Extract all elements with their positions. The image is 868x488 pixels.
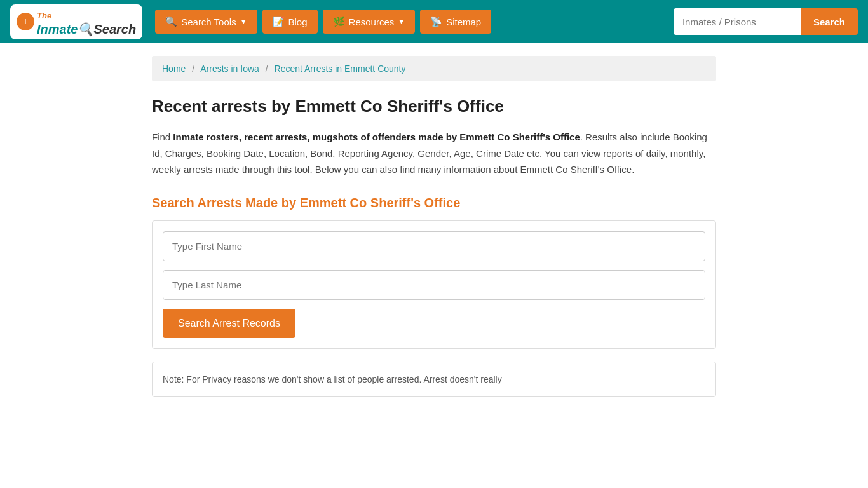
page-title: Recent arrests by Emmett Co Sheriff's Of… — [152, 97, 716, 116]
search-section-title: Search Arrests Made by Emmett Co Sheriff… — [152, 196, 716, 210]
first-name-input[interactable] — [163, 231, 705, 261]
resources-icon: 🌿 — [333, 16, 345, 27]
description: Find Inmate rosters, recent arrests, mug… — [152, 129, 716, 178]
nav-search-button-label: Search — [813, 17, 845, 27]
search-arrest-records-label: Search Arrest Records — [178, 318, 280, 329]
sitemap-button[interactable]: 📡 Sitemap — [420, 10, 491, 34]
search-form: Search Arrest Records — [152, 220, 716, 349]
site-logo[interactable]: i The Inmate🔍Search — [10, 4, 142, 39]
nav-search-button[interactable]: Search — [801, 8, 858, 35]
breadcrumb-sep-2: / — [266, 64, 268, 74]
sitemap-icon: 📡 — [430, 16, 442, 27]
breadcrumb-sep-1: / — [192, 64, 194, 74]
logo-icon: i — [17, 13, 34, 30]
search-tools-caret-icon: ▼ — [240, 18, 247, 25]
search-tools-icon: 🔍 — [165, 16, 177, 27]
resources-caret-icon: ▼ — [398, 18, 405, 25]
search-tools-label: Search Tools — [181, 17, 236, 27]
breadcrumb-iowa-link[interactable]: Arrests in Iowa — [200, 64, 259, 74]
breadcrumb-current: Recent Arrests in Emmett County — [275, 64, 406, 74]
last-name-input[interactable] — [163, 270, 705, 300]
nav-search-input[interactable] — [674, 8, 801, 35]
nav-search-area: Search — [674, 8, 858, 35]
search-arrest-records-button[interactable]: Search Arrest Records — [163, 309, 295, 338]
note-text: Note: For Privacy reasons we don't show … — [163, 372, 705, 386]
search-tools-button[interactable]: 🔍 Search Tools ▼ — [155, 10, 257, 34]
description-intro: Find — [152, 132, 173, 142]
svg-text:i: i — [25, 18, 27, 25]
blog-button[interactable]: 📝 Blog — [262, 10, 318, 34]
resources-label: Resources — [349, 17, 395, 27]
breadcrumb-home-link[interactable]: Home — [162, 64, 186, 74]
description-bold: Inmate rosters, recent arrests, mugshots… — [173, 132, 580, 142]
blog-label: Blog — [288, 17, 308, 27]
blog-icon: 📝 — [273, 16, 285, 27]
note-box: Note: For Privacy reasons we don't show … — [152, 362, 716, 397]
logo-text: The Inmate🔍Search — [37, 7, 136, 37]
breadcrumb: Home / Arrests in Iowa / Recent Arrests … — [152, 56, 716, 81]
sitemap-label: Sitemap — [446, 17, 481, 27]
resources-button[interactable]: 🌿 Resources ▼ — [323, 10, 416, 34]
